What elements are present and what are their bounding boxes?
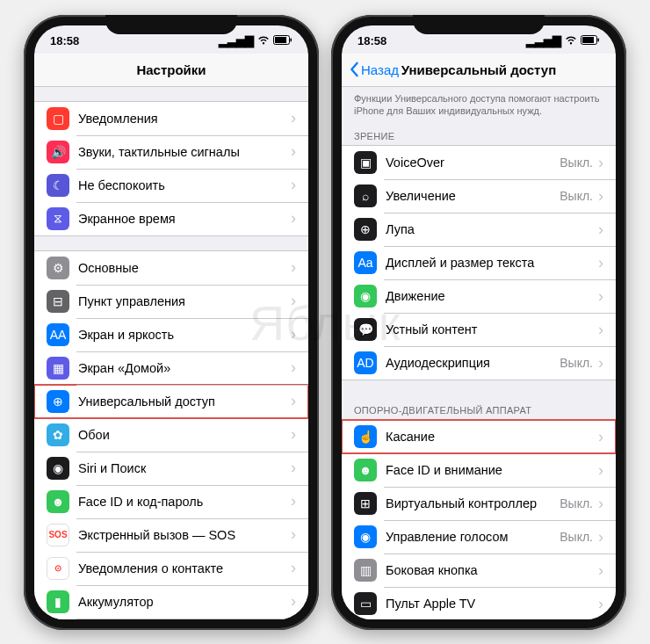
row-battery[interactable]: ▮Аккумулятор›: [34, 585, 308, 619]
row-switch-control[interactable]: ⊞Виртуальный контроллерВыкл.›: [342, 487, 616, 520]
page-title: Универсальный доступ: [401, 62, 556, 77]
face-attention-icon: ☻: [354, 459, 377, 481]
chevron-right-icon: ›: [598, 528, 603, 546]
chevron-right-icon: ›: [291, 559, 296, 577]
chevron-right-icon: ›: [598, 154, 603, 172]
row-siri[interactable]: ◉Siri и Поиск›: [34, 452, 308, 485]
dnd-icon: ☾: [47, 174, 69, 197]
section-header-vision: ЗРЕНИЕ: [342, 120, 616, 145]
row-side-button[interactable]: ▥Боковая кнопка›: [342, 554, 616, 587]
row-faceid[interactable]: ☻Face ID и код-пароль›: [34, 485, 308, 518]
row-voiceover[interactable]: ▣VoiceOverВыкл.›: [342, 146, 616, 179]
row-home[interactable]: ▦Экран «Домой»›: [34, 351, 308, 385]
svg-rect-1: [275, 37, 286, 43]
switch-control-icon: ⊞: [354, 492, 377, 515]
phone-left: 18:58 ▂▃▅▇ Настройки ▢Уведомления›🔊Звуки…: [24, 15, 319, 630]
screen-right: 18:58 ▂▃▅▇ Назад Универсальный доступ Фу…: [342, 25, 616, 619]
row-label: Пульт Apple TV: [386, 597, 598, 611]
row-label: Виртуальный контроллер: [386, 496, 560, 510]
back-button[interactable]: Назад: [349, 62, 399, 77]
phone-right: 18:58 ▂▃▅▇ Назад Универсальный доступ Фу…: [331, 15, 626, 630]
chevron-right-icon: ›: [291, 325, 296, 344]
row-notifications[interactable]: ▢Уведомления›: [34, 102, 308, 135]
display-icon: AA: [47, 323, 69, 346]
touch-icon: ☝: [354, 425, 377, 448]
chevron-right-icon: ›: [291, 392, 296, 410]
chevron-right-icon: ›: [598, 321, 603, 339]
row-sounds[interactable]: 🔊Звуки, тактильные сигналы›: [34, 135, 308, 169]
page-title: Настройки: [136, 62, 206, 77]
chevron-right-icon: ›: [291, 592, 296, 611]
wallpaper-icon: ✿: [47, 423, 69, 446]
signal-icon: ▂▃▅▇: [526, 34, 561, 47]
row-label: Аккумулятор: [78, 595, 291, 609]
row-touch[interactable]: ☝Касание›: [342, 420, 616, 453]
battery-icon: [273, 34, 292, 47]
row-label: Уведомления: [78, 112, 291, 126]
row-label: Обои: [78, 428, 291, 442]
battery-icon: ▮: [47, 590, 69, 613]
chevron-right-icon: ›: [291, 525, 296, 544]
row-label: Дисплей и размер текста: [386, 256, 598, 270]
content-right[interactable]: Функции Универсального доступа помогают …: [342, 87, 616, 619]
status-time: 18:58: [50, 34, 79, 47]
general-icon: ⚙: [47, 257, 69, 279]
row-spoken[interactable]: 💬Устный контент›: [342, 313, 616, 346]
screentime-icon: ⧖: [47, 207, 69, 230]
row-privacy[interactable]: ✋Конфиденциальность›: [34, 619, 308, 619]
row-screentime[interactable]: ⧖Экранное время›: [34, 202, 308, 235]
status-time: 18:58: [358, 34, 386, 47]
row-value: Выкл.: [560, 189, 593, 203]
row-control-center[interactable]: ⊟Пункт управления›: [34, 285, 308, 318]
row-label: Устный контент: [386, 322, 598, 336]
row-display[interactable]: AAЭкран и яркость›: [34, 318, 308, 351]
row-voice-control[interactable]: ◉Управление голосомВыкл.›: [342, 520, 616, 554]
row-label: Управление голосом: [386, 530, 560, 544]
row-audio-desc[interactable]: ADАудиодескрипцияВыкл.›: [342, 346, 616, 380]
chevron-right-icon: ›: [291, 109, 296, 127]
sos-icon: SOS: [47, 524, 69, 546]
svg-rect-4: [582, 37, 594, 43]
group-motor: ☝Касание›☻Face ID и внимание›⊞Виртуальны…: [342, 419, 616, 619]
row-general[interactable]: ⚙Основные›: [34, 251, 308, 285]
content-left[interactable]: ▢Уведомления›🔊Звуки, тактильные сигналы›…: [34, 87, 308, 619]
group-vision: ▣VoiceOverВыкл.›⌕УвеличениеВыкл.›⊕Лупa›A…: [342, 145, 616, 380]
chevron-right-icon: ›: [291, 459, 296, 477]
page-subtitle: Функции Универсального доступа помогают …: [342, 87, 616, 121]
row-dnd[interactable]: ☾Не беспокоить›: [34, 169, 308, 202]
row-label: Уведомления о контакте: [78, 561, 291, 575]
row-apple-tv[interactable]: ▭Пульт Apple TV›: [342, 587, 616, 619]
chevron-right-icon: ›: [291, 292, 296, 310]
chevron-right-icon: ›: [598, 495, 603, 513]
row-accessibility[interactable]: ⊕Универсальный доступ›: [34, 385, 308, 418]
row-label: Пункт управления: [78, 294, 291, 308]
chevron-right-icon: ›: [291, 425, 296, 444]
row-zoom[interactable]: ⌕УвеличениеВыкл.›: [342, 179, 616, 213]
signal-icon: ▂▃▅▇: [219, 34, 254, 47]
row-face-attention[interactable]: ☻Face ID и внимание›: [342, 453, 616, 487]
row-exposure[interactable]: ⊙Уведомления о контакте›: [34, 552, 308, 585]
group-2: ⚙Основные›⊟Пункт управления›AAЭкран и яр…: [34, 250, 308, 619]
nav-bar-right: Назад Универсальный доступ: [342, 54, 616, 87]
row-label: VoiceOver: [386, 156, 560, 170]
row-label: Экран и яркость: [78, 328, 291, 342]
display-text-icon: Aa: [354, 251, 377, 274]
accessibility-icon: ⊕: [47, 390, 69, 413]
row-wallpaper[interactable]: ✿Обои›: [34, 418, 308, 452]
row-label: Универсальный доступ: [78, 394, 291, 409]
chevron-right-icon: ›: [291, 258, 296, 277]
chevron-right-icon: ›: [598, 254, 603, 272]
row-magnifier[interactable]: ⊕Лупa›: [342, 213, 616, 246]
row-value: Выкл.: [560, 530, 593, 544]
row-motion[interactable]: ◉Движение›: [342, 279, 616, 313]
section-header-motor: ОПОРНО-ДВИГАТЕЛЬНЫЙ АППАРАТ: [342, 394, 616, 419]
row-display-text[interactable]: AaДисплей и размер текста›: [342, 246, 616, 279]
home-icon: ▦: [47, 357, 69, 380]
row-value: Выкл.: [560, 356, 593, 370]
spoken-icon: 💬: [354, 318, 377, 341]
zoom-icon: ⌕: [354, 185, 377, 207]
row-sos[interactable]: SOSЭкстренный вызов — SOS›: [34, 518, 308, 552]
sounds-icon: 🔊: [47, 141, 69, 163]
chevron-right-icon: ›: [598, 187, 603, 206]
row-label: Касание: [386, 430, 598, 444]
